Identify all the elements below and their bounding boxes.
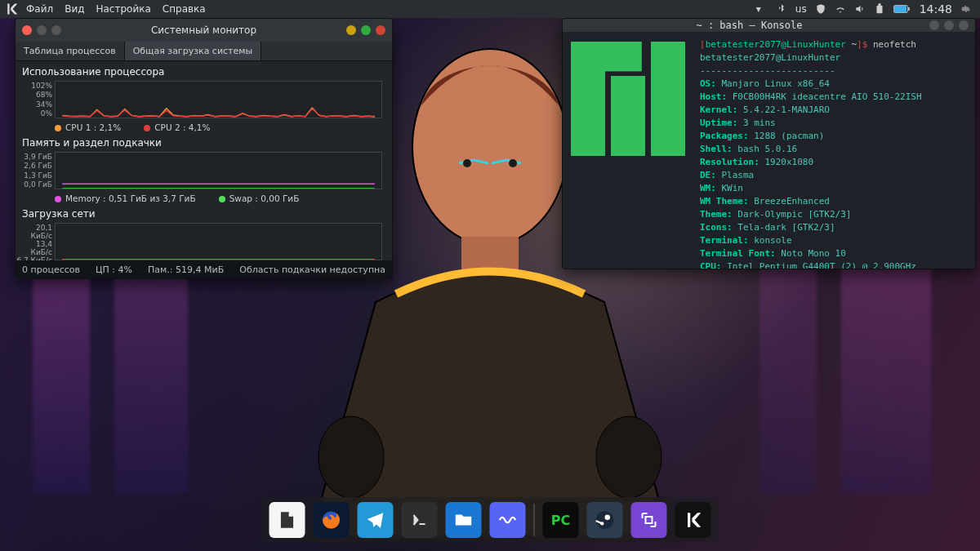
clock[interactable]: 14:48: [920, 2, 952, 16]
app-launcher-icon[interactable]: [4, 2, 19, 16]
system-monitor-titlebar[interactable]: Системный монитор: [16, 19, 392, 42]
dock: PC: [261, 497, 719, 543]
pycharm-icon[interactable]: PC: [543, 502, 579, 538]
close-icon[interactable]: [22, 25, 32, 35]
cpu-section-title: Использование процессора: [16, 66, 385, 78]
gear-icon[interactable]: [960, 3, 972, 15]
maximize-icon[interactable]: [51, 25, 61, 35]
svg-point-11: [596, 511, 614, 529]
konsole-title: ~ : bash — Konsole: [569, 19, 929, 32]
telegram-icon[interactable]: [358, 502, 394, 538]
net-chart: 20,1 КиБ/с13,4 КиБ/с6,7 КиБ/с0,0 КиБ/с: [55, 223, 382, 260]
files-icon[interactable]: [446, 502, 482, 538]
cpu-legend: CPU 1 : 2,1% CPU 2 : 4,1%: [16, 120, 385, 132]
wire-icon[interactable]: [490, 502, 526, 538]
cpu-chart: 102%68% 34%0%: [55, 81, 382, 118]
volume-icon[interactable]: [854, 3, 866, 15]
bluetooth-icon[interactable]: [776, 3, 787, 15]
dock-separator: [534, 504, 535, 536]
close-button[interactable]: [376, 25, 385, 35]
shield-icon[interactable]: [815, 3, 826, 15]
svg-point-2: [463, 159, 471, 167]
svg-rect-9: [571, 42, 642, 71]
system-monitor-title: Системный монитор: [61, 24, 346, 36]
clipboard-icon[interactable]: [874, 3, 885, 15]
svg-rect-8: [651, 42, 685, 156]
manjaro-logo-icon: [571, 42, 685, 156]
firefox-icon[interactable]: [314, 502, 350, 538]
system-monitor-window: Системный монитор Таблица процессов Обща…: [15, 18, 393, 279]
konsole-body[interactable]: [betatester2077@LinuxHunter ~]$ neofetch…: [563, 32, 975, 269]
konsole-titlebar[interactable]: ~ : bash — Konsole: [563, 19, 975, 32]
screenshot-icon[interactable]: [631, 502, 667, 538]
svg-point-3: [509, 159, 517, 167]
keyboard-layout[interactable]: us: [795, 3, 807, 15]
tab-process-table[interactable]: Таблица процессов: [16, 42, 125, 60]
svg-point-0: [412, 49, 568, 245]
svg-rect-7: [611, 76, 645, 156]
battery-icon[interactable]: [893, 5, 908, 13]
svg-point-4: [318, 416, 384, 498]
wifi-icon[interactable]: [835, 3, 846, 15]
konsole-min[interactable]: [929, 20, 939, 30]
tab-system-load[interactable]: Общая загрузка системы: [125, 42, 262, 60]
system-tray: ▾ us 14:48: [756, 2, 972, 16]
mem-chart: 3,9 ГиБ2,6 ГиБ1,3 ГиБ0,0 ГиБ: [55, 152, 382, 189]
konsole-window: ~ : bash — Konsole [betatester2077@Linux…: [562, 18, 976, 269]
net-section-title: Загрузка сети: [16, 208, 385, 220]
libreoffice-icon[interactable]: [270, 502, 305, 538]
maximize-button[interactable]: [361, 25, 371, 35]
terminal-icon[interactable]: [402, 502, 438, 538]
konsole-max[interactable]: [944, 20, 954, 30]
top-panel: Файл Вид Настройка Справка ▾ us 14:48: [0, 0, 980, 18]
tray-expand-icon[interactable]: ▾: [756, 3, 768, 15]
global-menu: Файл Вид Настройка Справка: [26, 3, 206, 15]
cpu-yticks: 102%68% 34%0%: [16, 82, 52, 118]
menu-file[interactable]: Файл: [26, 3, 53, 15]
konsole-close[interactable]: [959, 20, 969, 30]
svg-point-12: [605, 515, 611, 521]
menu-settings[interactable]: Настройка: [96, 3, 150, 15]
kde-icon[interactable]: [675, 502, 711, 538]
minimize-icon[interactable]: [37, 25, 47, 35]
steam-icon[interactable]: [587, 502, 623, 538]
mem-section-title: Память и раздел подкачки: [16, 137, 385, 149]
menu-help[interactable]: Справка: [163, 3, 206, 15]
konsole-output: [betatester2077@LinuxHunter ~]$ neofetch…: [700, 38, 967, 269]
sysmon-statusbar: 0 процессов ЦП : 4% Пам.: 519,4 МиБ Обла…: [16, 260, 392, 278]
sysmon-tabs: Таблица процессов Общая загрузка системы: [16, 42, 392, 61]
minimize-button[interactable]: [346, 25, 356, 35]
menu-view[interactable]: Вид: [65, 3, 84, 15]
svg-point-5: [596, 416, 662, 498]
